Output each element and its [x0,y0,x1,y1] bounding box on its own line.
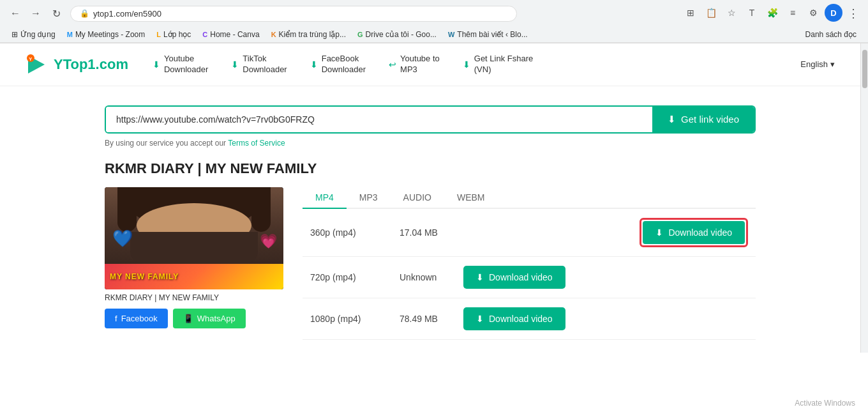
chevron-down-icon: ▾ [830,59,835,69]
menu-button[interactable]: ⋮ [845,4,862,23]
youtube-down-icon: ⬇ [153,59,160,70]
nav-buttons: ← → ↻ [6,4,65,22]
profile-button[interactable]: D [825,4,842,22]
address-bar[interactable]: 🔒 ytop1.com/en5900 [70,6,517,22]
page-wrapper: Y YTop1.com ⬇ Youtube Downloader ⬇ TikTo… [0,43,868,353]
tab-webm[interactable]: WEBM [444,187,498,208]
nav-facebook-label: FaceBook Downloader [322,54,366,75]
nav-youtube-downloader[interactable]: ⬇ Youtube Downloader [147,50,213,79]
bookmark-apps[interactable]: ⊞ Ứng dụng [6,28,61,41]
extensions-button[interactable]: 🧩 [763,4,781,22]
nav-youtube-to-mp3[interactable]: ↩ Youtube to MP3 [384,50,445,79]
canva-icon: C [202,31,207,38]
zoom-icon: M [67,31,73,38]
download-1080p-label: Download video [489,314,553,324]
cast-button[interactable]: 📋 [702,4,720,22]
browser-actions: ⊞ 📋 ☆ T 🧩 ≡ ⚙ D ⋮ [682,4,862,23]
logo-text: YTop1.com [54,56,128,73]
terms-text: By using our service you accept our Term… [105,139,756,148]
result-section: 💙 💗 MY NEW FAMILY RKMR DIARY | MY NEW FA… [105,187,756,340]
logo-icon: Y [26,53,49,76]
search-section: ⬇ Get link video By using our service yo… [105,105,756,148]
table-row: 720p (mp4) Unknown ⬇ Download video [303,256,756,298]
download-360p-icon: ⬇ [655,227,663,238]
bookmark-blog-label: Thêm bài viết ‹ Blo... [457,30,527,39]
download-720p-icon: ⬇ [476,272,484,282]
reading-list-label: Danh sách đọc [805,30,857,39]
bookmark-blog[interactable]: W Thêm bài viết ‹ Blo... [443,28,533,41]
fshare-icon: ⬇ [463,59,470,70]
tab-audio[interactable]: AUDIO [391,187,444,208]
download-highlighted-wrapper: ⬇ Download video [640,218,748,247]
bookmark-drive[interactable]: G Drive của tôi - Goo... [352,28,442,41]
facebook-icon: f [115,314,117,323]
translate2-button[interactable]: T [743,4,761,22]
back-button[interactable]: ← [6,4,24,22]
bookmark-apps-label: Ứng dụng [20,30,56,39]
scrollbar-thumb[interactable] [862,50,867,88]
whatsapp-icon: 📱 [183,314,193,323]
video-title: RKMR DIARY | MY NEW FAMILY [105,160,756,177]
terms-link[interactable]: Terms of Service [228,139,285,148]
bookmark-zoom-label: My Meetings - Zoom [75,30,145,39]
nav-youtube-label: Youtube Downloader [164,54,208,75]
download-1080p-button[interactable]: ⬇ Download video [463,307,565,330]
nav-fshare-label: Get Link Fshare (VN) [474,54,534,75]
size-360p: 17.04 MB [392,209,456,257]
facebook-label: Facebook [121,314,158,323]
reading-list-button[interactable]: Danh sách đọc [800,28,862,41]
browser-chrome: ← → ↻ 🔒 ytop1.com/en5900 ⊞ 📋 ☆ T 🧩 ≡ ⚙ D… [0,0,868,43]
tiktok-down-icon: ⬇ [231,59,239,70]
download-720p-button[interactable]: ⬇ Download video [463,266,565,289]
apps-icon: ⊞ [11,30,18,39]
youtube-mp3-icon: ↩ [389,59,396,70]
get-link-button[interactable]: ⬇ Get link video [652,107,754,132]
social-buttons: f Facebook 📱 WhatsApp [105,309,283,328]
action-360p: ⬇ Download video [456,209,756,257]
refresh-button[interactable]: ↻ [47,4,65,22]
tab-mp4[interactable]: MP4 [303,187,347,209]
translate-button[interactable]: ⊞ [682,4,700,22]
more-button[interactable]: ≡ [784,4,802,22]
url-input[interactable] [106,107,652,132]
nav-menu: ⬇ Youtube Downloader ⬇ TikTok Downloader… [147,50,781,79]
scrollbar[interactable] [860,43,868,353]
download-column: MP4 MP3 AUDIO WEBM 360p (mp4) 17.04 MB [303,187,756,340]
bookmark-zoom[interactable]: M My Meetings - Zoom [62,28,151,41]
site-header: Y YTop1.com ⬇ Youtube Downloader ⬇ TikTo… [0,43,860,86]
language-selector[interactable]: English ▾ [800,59,835,69]
bookmark-lophoc[interactable]: L Lớp học [151,28,196,41]
thumbnail-banner: MY NEW FAMILY [105,264,283,289]
size-720p: Unknown [392,256,456,298]
video-thumbnail: 💙 💗 MY NEW FAMILY [105,187,283,289]
bookmark-kiemtra[interactable]: K Kiểm tra trùng lặp... [266,28,351,41]
nav-tiktok-downloader[interactable]: ⬇ TikTok Downloader [226,50,292,79]
drive-icon: G [357,31,363,38]
action-720p: ⬇ Download video [456,256,756,298]
download-1080p-icon: ⬇ [476,314,484,324]
facebook-share-button[interactable]: f Facebook [105,309,168,328]
logo[interactable]: Y YTop1.com [26,53,128,76]
main-content: ⬇ Get link video By using our service yo… [79,86,781,353]
address-text: ytop1.com/en5900 [93,9,161,19]
get-link-label: Get link video [681,114,739,125]
bookmark-kiemtra-label: Kiểm tra trùng lặp... [279,30,346,39]
whatsapp-share-button[interactable]: 📱 WhatsApp [173,309,246,328]
nav-get-link-fshare[interactable]: ⬇ Get Link Fshare (VN) [458,50,539,79]
bookmark-drive-label: Drive của tôi - Goo... [366,30,437,39]
language-label: English [800,59,828,69]
nav-facebook-downloader[interactable]: ⬇ FaceBook Downloader [305,50,371,79]
download-720p-label: Download video [489,272,553,282]
table-row: 1080p (mp4) 78.49 MB ⬇ Download video [303,298,756,339]
star-button[interactable]: ☆ [722,4,740,22]
resolution-360p: 360p (mp4) [303,209,392,257]
banner-text: MY NEW FAMILY [110,272,179,281]
lock-icon: 🔒 [80,9,89,18]
tab-mp3[interactable]: MP3 [347,187,391,208]
bookmark-canva[interactable]: C Home - Canva [197,28,264,41]
forward-button[interactable]: → [27,4,45,22]
download-360p-button[interactable]: ⬇ Download video [643,221,745,244]
lophoc-icon: L [156,31,161,38]
thumbnail-caption: RKMR DIARY | MY NEW FAMILY [105,293,283,302]
settings-button[interactable]: ⚙ [804,4,822,22]
